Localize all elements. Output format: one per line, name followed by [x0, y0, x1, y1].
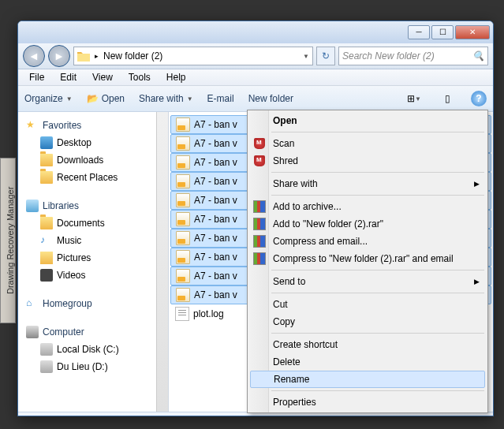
ctx-scan[interactable]: Scan [249, 135, 486, 152]
address-bar: ◄ ► ▸ New folder (2) ▼ ↻ Search New fold… [18, 43, 493, 69]
winrar-icon [253, 235, 266, 248]
libraries-icon [26, 200, 39, 212]
ctx-compress-email[interactable]: Compress and email... [249, 233, 486, 250]
folder-icon [40, 171, 53, 184]
videos-icon [40, 269, 53, 282]
email-button[interactable]: E-mail [207, 93, 234, 104]
dwg-icon [176, 174, 190, 188]
ctx-delete[interactable]: Delete [249, 353, 486, 371]
file-name: A7 - ban v [194, 252, 237, 263]
computer-icon [26, 326, 39, 338]
submenu-arrow-icon: ▶ [474, 278, 480, 285]
breadcrumb-folder: New folder (2) [103, 50, 162, 62]
ctx-sharewith[interactable]: Share with▶ [249, 175, 486, 192]
title-bar: ─ ☐ ✕ [18, 21, 493, 43]
nav-favorites[interactable]: ★Favorites [18, 117, 168, 134]
winrar-icon [253, 200, 266, 213]
ctx-shred[interactable]: Shred [249, 152, 486, 170]
menu-help[interactable]: Help [160, 70, 192, 84]
toolbar: Organize▼ 📂Open Share with▼ E-mail New f… [18, 86, 493, 112]
open-button[interactable]: 📂Open [87, 93, 125, 104]
drive-icon [40, 343, 53, 356]
ctx-compress-to[interactable]: Compress to "New folder (2).rar" and ema… [249, 250, 486, 267]
ctx-add-archive[interactable]: Add to archive... [249, 198, 486, 215]
ctx-open[interactable]: Open [249, 112, 486, 129]
ctx-sendto[interactable]: Send to▶ [249, 273, 486, 290]
menu-file[interactable]: File [23, 70, 50, 84]
folder-icon [40, 154, 53, 166]
ctx-shortcut[interactable]: Create shortcut [249, 336, 486, 353]
ctx-cut[interactable]: Cut [249, 296, 486, 313]
search-input[interactable]: Search New folder (2) 🔍 [338, 47, 488, 65]
menu-bar: File Edit View Tools Help [18, 69, 493, 86]
nav-downloads[interactable]: Downloads [18, 151, 168, 169]
ctx-properties[interactable]: Properties [249, 394, 486, 411]
nav-drive-c[interactable]: Local Disk (C:) [18, 341, 168, 358]
dwg-icon [176, 250, 190, 264]
nav-libraries[interactable]: Libraries [18, 197, 168, 214]
organize-button[interactable]: Organize▼ [24, 93, 73, 104]
breadcrumb-dropdown-icon[interactable]: ▼ [303, 53, 309, 60]
mcafee-icon [253, 137, 266, 150]
star-icon: ★ [26, 119, 39, 132]
recovery-panel-title: Drawing Recovery Manager [0, 158, 16, 323]
preview-pane-button[interactable]: ▯ [438, 89, 457, 108]
homegroup-icon: ⌂ [26, 297, 39, 310]
newfolder-button[interactable]: New folder [248, 93, 293, 104]
documents-icon [40, 217, 53, 229]
menu-tools[interactable]: Tools [122, 70, 157, 84]
desktop-icon [40, 136, 53, 149]
nav-computer[interactable]: Computer [18, 323, 168, 341]
navigation-pane: ★Favorites Desktop Downloads Recent Plac… [18, 112, 169, 412]
dwg-icon [176, 136, 190, 151]
file-name: A7 - ban v [194, 176, 237, 187]
share-button[interactable]: Share with▼ [139, 93, 193, 104]
forward-button[interactable]: ► [48, 45, 70, 67]
help-button[interactable]: ? [471, 91, 487, 106]
dwg-icon [176, 231, 190, 245]
file-name: A7 - ban v [194, 289, 237, 300]
nav-desktop[interactable]: Desktop [18, 134, 168, 151]
dwg-icon [176, 193, 190, 207]
context-menu: Open Scan Shred Share with▶ Add to archi… [247, 110, 488, 413]
drive-icon [40, 360, 53, 373]
winrar-icon [253, 252, 266, 265]
nav-recent[interactable]: Recent Places [18, 169, 168, 186]
minimize-button[interactable]: ─ [408, 25, 430, 39]
pictures-icon [40, 252, 53, 264]
refresh-button[interactable]: ↻ [316, 47, 335, 65]
close-button[interactable]: ✕ [455, 25, 490, 39]
dwg-icon [176, 269, 190, 283]
folder-icon [77, 50, 90, 62]
view-options-button[interactable]: ⊞ ▼ [405, 89, 424, 108]
nav-homegroup[interactable]: ⌂Homegroup [18, 295, 168, 312]
ctx-add-to-rar[interactable]: Add to "New folder (2).rar" [249, 215, 486, 233]
file-name: plot.log [193, 308, 224, 319]
breadcrumb-arrow-icon: ▸ [95, 52, 99, 60]
nav-videos[interactable]: Videos [18, 267, 168, 284]
menu-edit[interactable]: Edit [54, 70, 83, 84]
nav-pictures[interactable]: Pictures [18, 249, 168, 267]
menu-view[interactable]: View [86, 70, 119, 84]
mcafee-icon [253, 155, 266, 167]
nav-drive-d[interactable]: Du Lieu (D:) [18, 358, 168, 375]
open-icon: 📂 [87, 93, 99, 104]
file-name: A7 - ban v [194, 214, 237, 225]
submenu-arrow-icon: ▶ [474, 180, 480, 188]
ctx-rename[interactable]: Rename [250, 371, 485, 388]
breadcrumb[interactable]: ▸ New folder (2) ▼ [73, 47, 313, 65]
nav-documents[interactable]: Documents [18, 214, 168, 232]
winrar-icon [253, 218, 266, 230]
music-icon: ♪ [40, 234, 53, 247]
search-placeholder: Search New folder (2) [342, 50, 435, 62]
maximize-button[interactable]: ☐ [431, 25, 454, 39]
search-icon: 🔍 [472, 50, 484, 62]
file-name: A7 - ban v [194, 138, 237, 149]
dwg-icon [176, 118, 190, 132]
ctx-copy[interactable]: Copy [249, 313, 486, 330]
file-name: A7 - ban v [194, 157, 237, 168]
nav-music[interactable]: ♪Music [18, 232, 168, 249]
log-icon [175, 307, 189, 321]
back-button[interactable]: ◄ [23, 45, 45, 67]
file-name: A7 - ban v [194, 119, 237, 130]
